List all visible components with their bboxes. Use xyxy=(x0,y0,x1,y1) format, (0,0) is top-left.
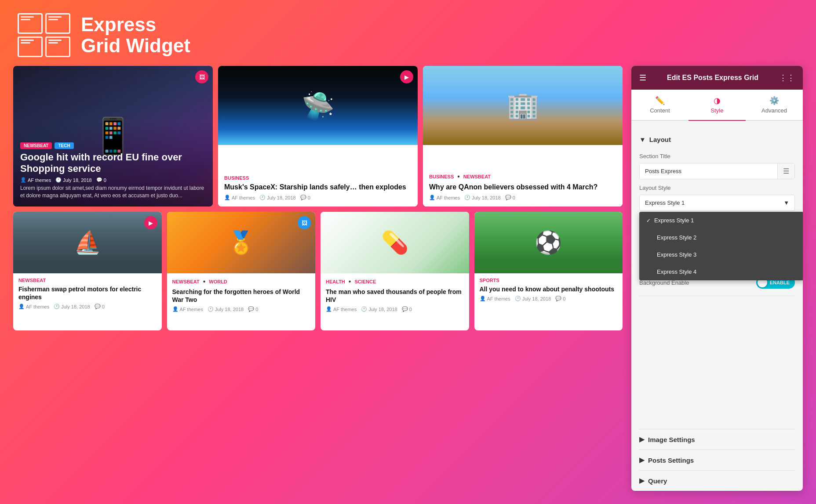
soccer-comments: 💬 0 xyxy=(555,296,565,301)
card-fisherman-content: Newsbeat Fisherman swap petrol motors fo… xyxy=(13,273,162,315)
hamburger-icon[interactable]: ☰ xyxy=(639,73,646,83)
featured-card-tags: Newsbeat Tech xyxy=(20,142,206,149)
panel-header: ☰ Edit ES Posts Express Grid ⋮⋮ xyxy=(631,66,803,90)
logo-line xyxy=(21,40,34,41)
tab-content-label: Content xyxy=(650,107,670,114)
featured-excerpt: Lorem ipsum dolor sit amet,sed diam nonu… xyxy=(20,185,206,199)
tag-newsbeat: Newsbeat xyxy=(20,142,52,149)
layout-heading-label: Layout xyxy=(649,136,671,143)
author-icon: 👤 xyxy=(480,296,486,301)
logo-cell-2 xyxy=(45,13,70,34)
clock-icon: 🕐 xyxy=(54,304,60,309)
tab-style-label: Style xyxy=(711,107,724,114)
spacex-meta: 👤 AF themes 🕐 July 18, 2018 💬 0 xyxy=(224,195,412,200)
spacex-date: 🕐 July 18, 2018 xyxy=(259,195,295,200)
tab-style[interactable]: ◑ Style xyxy=(688,90,746,121)
posts-settings-heading[interactable]: ▶ Posts Settings xyxy=(639,456,795,464)
header: Express Grid Widget xyxy=(0,0,816,66)
layout-style-popup: ✓ Express Style 1 Express Style 2 Expres… xyxy=(639,212,803,280)
hiv-author: 👤 AF themes xyxy=(326,306,357,312)
heroes-cat1: Newsbeat xyxy=(172,279,200,284)
comment-icon: 💬 xyxy=(96,177,102,183)
clock-icon: 🕐 xyxy=(361,306,367,312)
layout-style-value: Express Style 1 xyxy=(645,199,685,206)
comment-icon: 💬 xyxy=(555,296,561,301)
featured-card-overlay: Newsbeat Tech Google hit with record EU … xyxy=(13,66,213,207)
card-heroes-content: Newsbeat • World Searching for the forgo… xyxy=(167,273,316,317)
tab-advanced[interactable]: ⚙️ Advanced xyxy=(746,90,803,120)
top-row: 📱 🖼 Newsbeat Tech Google hit with record… xyxy=(13,66,623,207)
image-settings-heading[interactable]: ▶ Image Settings xyxy=(639,435,795,443)
main-container: 📱 🖼 Newsbeat Tech Google hit with record… xyxy=(0,66,816,504)
dropdown-option-2-label: Express Style 2 xyxy=(657,234,696,241)
logo-line xyxy=(21,19,30,20)
comment-icon: 💬 xyxy=(248,306,254,312)
soccer-author: 👤 AF themes xyxy=(480,296,510,301)
clock-icon: 🕐 xyxy=(55,177,62,183)
dropdown-option-2[interactable]: Express Style 2 xyxy=(639,229,803,246)
card-qanon[interactable]: 🏢 Business • Newsbeat Why are QAnon beli… xyxy=(423,66,623,207)
author-icon: 👤 xyxy=(326,306,332,312)
qanon-dot: • xyxy=(457,173,460,181)
media-badge-image: 🖼 xyxy=(195,70,208,83)
heroes-comments: 💬 0 xyxy=(248,306,258,312)
featured-author: 👤 AF themes xyxy=(20,177,51,183)
featured-card[interactable]: 📱 🖼 Newsbeat Tech Google hit with record… xyxy=(13,66,213,207)
heroes-tags: Newsbeat • World xyxy=(172,278,310,286)
soccer-title: All you need to know about penalty shoot… xyxy=(480,285,618,293)
logo-cell-3 xyxy=(18,36,43,57)
card-fisherman[interactable]: ⛵ ▶ Newsbeat Fisherman swap petrol motor… xyxy=(13,212,162,330)
card-spacex[interactable]: 🛸 ▶ Business Musk's SpaceX: Starship lan… xyxy=(218,66,418,207)
chevron-down-icon: ▼ xyxy=(783,199,789,206)
card-heroes[interactable]: 🏅 🖼 Newsbeat • World Searching for the f… xyxy=(167,212,316,330)
query-label: Query xyxy=(648,477,667,485)
qanon-cat2: Newsbeat xyxy=(463,174,491,179)
grid-icon[interactable]: ⋮⋮ xyxy=(779,73,795,83)
qanon-date: 🕐 July 18, 2018 xyxy=(464,195,500,200)
author-icon: 👤 xyxy=(20,177,26,183)
qanon-comments: 💬 0 xyxy=(505,195,515,200)
section-title-label: Section Title xyxy=(639,153,795,160)
card-hiv[interactable]: 💊 Health • Science The man who saved tho… xyxy=(321,212,469,330)
panel-tabs: ✏️ Content ◑ Style ⚙️ Advanced xyxy=(631,90,803,121)
header-title: Express Grid Widget xyxy=(81,14,190,57)
dropdown-option-4[interactable]: Express Style 4 xyxy=(639,263,803,280)
query-heading[interactable]: ▶ Query xyxy=(639,477,795,485)
card-qanon-image: 🏢 xyxy=(423,66,623,145)
spacex-category: Business xyxy=(224,175,249,181)
author-icon: 👤 xyxy=(18,304,25,309)
query-section: ▶ Query xyxy=(639,470,795,491)
spacex-title: Musk's SpaceX: Starship lands safely… th… xyxy=(224,183,412,192)
hiv-date: 🕐 July 18, 2018 xyxy=(361,306,397,312)
layout-heading[interactable]: ▼ Layout xyxy=(639,130,795,148)
section-title-input-row: ☰ xyxy=(639,163,795,179)
layout-style-field[interactable]: Express Style 1 ▼ xyxy=(639,195,795,211)
tab-advanced-label: Advanced xyxy=(761,107,787,114)
dropdown-option-4-label: Express Style 4 xyxy=(657,268,696,275)
hiv-cat1: Health xyxy=(326,279,345,284)
author-icon: 👤 xyxy=(172,306,178,312)
heroes-title: Searching for the forgotten heroes of Wo… xyxy=(172,288,310,304)
qanon-title: Why are QAnon believers obsessed with 4 … xyxy=(429,183,616,192)
clock-icon: 🕐 xyxy=(259,195,266,200)
section-title-icon-btn[interactable]: ☰ xyxy=(777,163,794,179)
heroes-author: 👤 AF themes xyxy=(172,306,203,312)
clock-icon: 🕐 xyxy=(515,296,521,301)
tab-content[interactable]: ✏️ Content xyxy=(631,90,688,120)
spacex-author: 👤 AF themes xyxy=(224,195,255,200)
card-soccer[interactable]: ⚽ Sports All you need to know about pena… xyxy=(474,212,623,330)
card-soccer-image: ⚽ xyxy=(474,212,623,273)
logo-line xyxy=(48,19,58,20)
logo-cell-1 xyxy=(18,13,43,34)
card-soccer-content: Sports All you need to know about penalt… xyxy=(474,273,623,307)
panel-bottom-sections: ▶ Image Settings ▶ Posts Settings ▶ Quer… xyxy=(631,429,803,491)
dropdown-option-1[interactable]: ✓ Express Style 1 xyxy=(639,212,803,229)
card-spacex-content: Business Musk's SpaceX: Starship lands s… xyxy=(218,170,418,207)
image-settings-label: Image Settings xyxy=(648,436,695,443)
layout-style-dropdown: Express Style 1 ▼ ✓ Express Style 1 Expr… xyxy=(639,195,795,211)
toggle-text: ENABLE xyxy=(770,280,790,285)
section-title-input[interactable] xyxy=(640,163,777,179)
comment-icon: 💬 xyxy=(402,306,408,312)
dropdown-option-3[interactable]: Express Style 3 xyxy=(639,246,803,263)
hiv-comments: 💬 0 xyxy=(402,306,412,312)
